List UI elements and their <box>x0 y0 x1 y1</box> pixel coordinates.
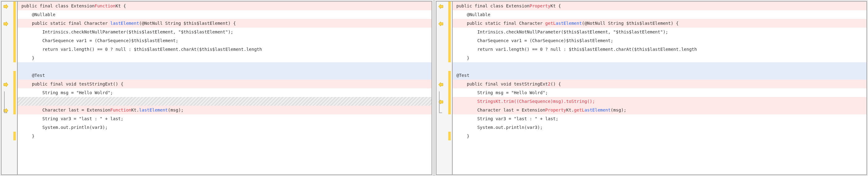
code-token: public final void testStringExt() { <box>32 81 123 86</box>
code-line[interactable]: } <box>453 132 866 140</box>
right-code-area[interactable]: public final class ExtensionPropertyKt {… <box>453 2 866 174</box>
code-token: String var3 = "last : " + last; <box>477 116 558 121</box>
merge-left-arrow-icon[interactable] <box>438 81 444 88</box>
code-token: } <box>467 134 469 139</box>
code-token: (msg); <box>611 108 626 112</box>
code-token: CharSequence var1 = (CharSequence)$this$… <box>42 38 178 43</box>
code-token: } <box>32 56 34 61</box>
change-marker-bar <box>448 2 451 62</box>
change-marker-bar <box>448 71 451 114</box>
fold-bracket-icon[interactable] <box>439 92 442 113</box>
code-token: Property <box>546 108 566 112</box>
fold-bracket-icon[interactable] <box>439 112 442 113</box>
code-token: lastElement <box>111 21 139 26</box>
merge-left-arrow-icon[interactable] <box>438 3 444 10</box>
code-line[interactable]: } <box>453 54 866 62</box>
code-token: String var3 = "last : " + last; <box>42 116 123 121</box>
code-line[interactable]: return var1.length() == 0 ? null : $this… <box>18 45 432 54</box>
merge-left-arrow-icon[interactable] <box>438 21 444 27</box>
code-token: getL <box>546 21 556 26</box>
code-line[interactable] <box>18 62 432 71</box>
code-line[interactable]: public final void testStringExt() { <box>18 80 432 88</box>
code-line[interactable]: public final class ExtensionPropertyKt { <box>453 2 866 10</box>
code-token: Function <box>111 108 131 112</box>
code-line[interactable]: } <box>18 132 432 140</box>
code-line[interactable]: @Test <box>18 71 432 80</box>
code-line[interactable]: StringsKt.trim((CharSequence)msg).toStri… <box>453 97 866 106</box>
left-gutter[interactable] <box>2 2 18 174</box>
code-token: } <box>467 56 469 61</box>
code-line[interactable] <box>453 62 866 71</box>
left-code-area[interactable]: public final class ExtensionFunctionKt {… <box>18 2 432 174</box>
change-marker-bar <box>13 2 16 62</box>
code-token: System.out.println(var3); <box>42 125 107 130</box>
code-token: public final void testStringExt <box>467 81 548 86</box>
code-token: StringsKt.trim((CharSequence)msg).toStri… <box>477 99 595 104</box>
merge-right-arrow-icon[interactable] <box>3 81 9 88</box>
fold-bracket-icon[interactable] <box>4 92 7 113</box>
merge-right-arrow-icon[interactable] <box>3 21 9 27</box>
code-token: String msg = "Hello Wolrd"; <box>477 90 548 95</box>
code-line[interactable]: Character last = ExtensionPropertyKt.get… <box>453 106 866 114</box>
code-token: public static final Character <box>32 21 111 26</box>
code-line[interactable]: public final class ExtensionFunctionKt { <box>18 2 432 10</box>
code-token: Character last = Extension <box>42 108 110 112</box>
code-token: () { <box>550 81 561 86</box>
code-line[interactable]: String msg = "Hello Wolrd"; <box>453 88 866 97</box>
code-token: Kt. <box>566 108 574 112</box>
code-token: Intrinsics.checkNotNullParameter($this$l… <box>42 29 233 34</box>
code-token: Intrinsics.checkNotNullParameter($this$l… <box>477 29 668 34</box>
code-line[interactable]: System.out.println(var3); <box>453 123 866 132</box>
code-line[interactable]: String var3 = "last : " + last; <box>18 114 432 123</box>
code-line[interactable] <box>18 97 432 106</box>
code-token: Kt { <box>115 3 126 8</box>
fold-bracket-icon[interactable] <box>4 112 7 113</box>
code-token: getL <box>574 108 585 112</box>
code-line[interactable]: String var3 = "last : " + last; <box>453 114 866 123</box>
code-line[interactable]: return var1.length() == 0 ? null : $this… <box>453 45 866 54</box>
merge-right-arrow-icon[interactable] <box>3 3 9 10</box>
diff-right-panel: public final class ExtensionPropertyKt {… <box>436 1 867 175</box>
code-token: Kt { <box>550 3 561 8</box>
code-token: (@NotNull String $this$lastElement) { <box>582 21 679 26</box>
code-token: @Test <box>32 73 45 78</box>
change-marker-bar <box>13 132 16 140</box>
code-line[interactable]: Intrinsics.checkNotNullParameter($this$l… <box>453 28 866 36</box>
code-line[interactable]: @Test <box>453 71 866 80</box>
code-token: @Test <box>456 73 469 78</box>
code-line[interactable]: @Nullable <box>453 10 866 19</box>
code-token: lastElement <box>139 108 168 112</box>
code-token: Character last = Extension <box>477 108 545 112</box>
change-marker-bar <box>13 71 16 114</box>
diff-left-panel: public final class ExtensionFunctionKt {… <box>1 1 432 175</box>
code-line[interactable]: @Nullable <box>18 10 432 19</box>
code-token: public final class Extension <box>456 3 530 8</box>
code-token: astElement <box>556 21 582 26</box>
code-line[interactable]: public static final Character getLastEle… <box>453 19 866 28</box>
code-token: @Nullable <box>32 12 56 17</box>
code-token: astElement <box>585 108 611 112</box>
code-line[interactable]: Character last = ExtensionFunctionKt.las… <box>18 106 432 114</box>
code-line[interactable]: System.out.println(var3); <box>18 123 432 132</box>
code-token: CharSequence var1 = (CharSequence)$this$… <box>477 38 613 43</box>
code-token: (@NotNull String $this$lastElement) { <box>139 21 236 26</box>
code-line[interactable]: String msg = "Hello Wolrd"; <box>18 88 432 97</box>
code-token: public static final Character <box>467 21 546 26</box>
code-token: return var1.length() == 0 ? null : $this… <box>42 47 262 52</box>
right-gutter[interactable] <box>436 2 453 174</box>
code-line[interactable]: CharSequence var1 = (CharSequence)$this$… <box>453 36 866 45</box>
code-line[interactable]: Intrinsics.checkNotNullParameter($this$l… <box>18 28 432 36</box>
code-token: public final class Extension <box>22 3 95 8</box>
code-token: @Nullable <box>467 12 491 17</box>
panel-divider[interactable] <box>433 0 435 176</box>
code-line[interactable]: } <box>18 54 432 62</box>
code-token: Kt. <box>131 108 139 112</box>
code-token: System.out.println(var3); <box>477 125 542 130</box>
code-token: } <box>32 134 34 139</box>
code-line[interactable]: CharSequence var1 = (CharSequence)$this$… <box>18 36 432 45</box>
code-token: Function <box>95 3 115 8</box>
code-line[interactable]: public static final Character lastElemen… <box>18 19 432 28</box>
code-token: Property <box>530 3 550 8</box>
code-line[interactable]: public final void testStringExt2() { <box>453 80 866 88</box>
code-token: (msg); <box>168 108 184 112</box>
